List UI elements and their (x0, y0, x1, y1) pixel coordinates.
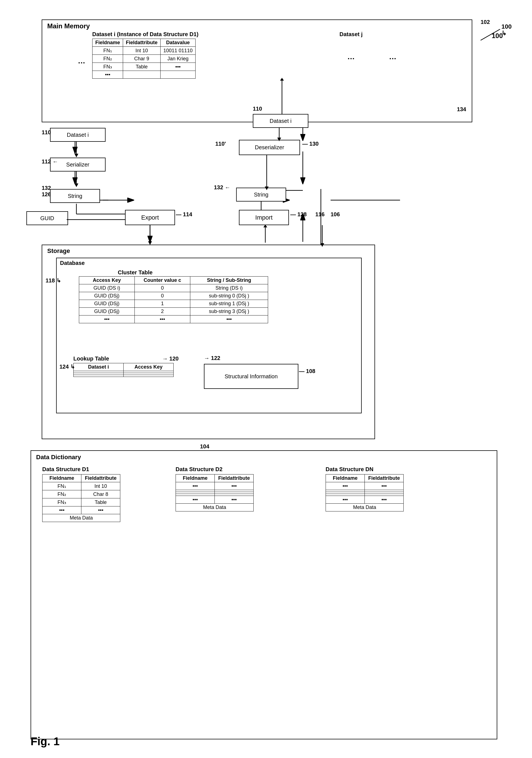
import-label: Import (255, 214, 273, 221)
string-left-label: String (68, 193, 82, 199)
cr-dots-3: ▪▪▪ (190, 316, 268, 323)
d1-fa3: Table (82, 499, 120, 506)
cluster-row-2: GUID (DSj) 0 sub-string 0 (DSj ) (79, 292, 268, 300)
col-access-key: Access Key (79, 277, 135, 284)
svg-marker-20 (75, 154, 78, 157)
d1-row-2: FN₂ Char 8 (43, 490, 120, 499)
d1-col-fn: Fieldname (43, 474, 82, 482)
d1-row-3: FN₃ Table (43, 499, 120, 506)
svg-line-14 (481, 29, 500, 40)
d1-meta-row: Meta Data (43, 514, 120, 522)
storage-label: Storage (47, 247, 70, 255)
col-string-substr: String / Sub-String (190, 277, 268, 284)
dataset-i-left-box: Dataset i (50, 128, 106, 142)
fn3-val: ▪▪▪ (161, 63, 196, 71)
export-label: Export (141, 214, 159, 221)
guid-box: GUID (26, 211, 68, 225)
d2-label: Data Structure D2 (176, 466, 254, 472)
import-box: Import (239, 210, 289, 225)
fn1-val: 10011 01110 (161, 47, 196, 55)
ref-122: → 122 (204, 355, 220, 362)
dn-row-dots-1: ▪▪▪ ▪▪▪ (326, 482, 404, 490)
ref-108: — 108 (299, 368, 315, 374)
fn2-attr: Char 9 (123, 55, 161, 63)
svg-text:↳: ↳ (501, 30, 507, 37)
table-row: FN₁ Int 10 10011 01110 (92, 47, 196, 55)
dataset-i-table: Fieldname Fieldattribute Datavalue FN₁ I… (92, 39, 196, 79)
table-row: FN₃ Table ▪▪▪ (92, 63, 196, 71)
dn-row-empty-2 (326, 492, 404, 494)
ref100-arrow: 100 ↳ (467, 24, 517, 46)
svg-marker-18 (280, 78, 284, 81)
dn-dots-r1c1: ▪▪▪ (326, 482, 365, 490)
svg-marker-40 (320, 243, 324, 247)
dots-left-mm: ▪▪▪ (78, 60, 85, 65)
dots-dsj-2: ▪▪▪ (389, 56, 397, 61)
ref-118: 118 ↳ (46, 277, 61, 284)
d2-row-empty-1 (176, 490, 254, 492)
d2-row-dots-1: ▪▪▪ ▪▪▪ (176, 482, 254, 490)
lookup-table: Dataset i Access Key (73, 363, 174, 377)
arrow-dsi-up (278, 78, 286, 117)
arrow-dsir-to-deser (275, 127, 283, 142)
dataset-j-header: Dataset j (340, 31, 363, 38)
cr4-str: sub-string 3 (DSj ) (190, 308, 268, 316)
dn-meta-row: Meta Data (326, 504, 404, 511)
d2-col-fn: Fieldname (176, 474, 215, 482)
d1-row-dots: ▪▪▪ ▪▪▪ (43, 506, 120, 514)
lookup-table-label: Lookup Table (73, 356, 174, 362)
d1-dots-2: ▪▪▪ (82, 506, 120, 514)
fn1-attr: Int 10 (123, 47, 161, 55)
d1-table: Fieldname Fieldattribute FN₁ Int 10 FN₂ … (42, 474, 120, 522)
d1-dots-1: ▪▪▪ (43, 506, 82, 514)
d2-meta-row: Meta Data (176, 504, 254, 511)
dn-row-empty-3 (326, 494, 404, 496)
d2-row-dots-2: ▪▪▪ ▪▪▪ (176, 496, 254, 504)
col-fieldattribute: Fieldattribute (123, 39, 161, 47)
dn-row-dots-2: ▪▪▪ ▪▪▪ (326, 496, 404, 504)
dn-col-fa: Fieldattribute (365, 474, 404, 482)
arrow-dsi-to-ser (72, 141, 81, 158)
cr3-cnt: 1 (135, 300, 190, 308)
d2-dots-r1c2: ▪▪▪ (215, 482, 254, 490)
dn-col-fn: Fieldname (326, 474, 365, 482)
table-row: FN₂ Char 9 Jan Krieg (92, 55, 196, 63)
col-datavalue: Datavalue (161, 39, 196, 47)
data-dictionary-label: Data Dictionary (36, 454, 81, 461)
ref-104: 104 (200, 443, 209, 450)
structural-info-label: Structural Information (224, 373, 278, 380)
cluster-row-4: GUID (DSj) 2 sub-string 3 (DSj ) (79, 308, 268, 316)
dots-1: ▪▪▪ (92, 71, 123, 79)
database-label: Database (60, 260, 85, 266)
d2-table: Fieldname Fieldattribute ▪▪▪ ▪▪▪ ▪▪▪ ▪▪▪ (176, 474, 254, 511)
svg-marker-35 (277, 138, 281, 141)
ref-110a: 110 (42, 129, 51, 136)
cr1-str: String (DS i) (190, 284, 268, 292)
deserializer-box: Deserializer (239, 140, 300, 155)
fn1-name: FN₁ (92, 47, 123, 55)
cluster-row-1: GUID (DS i) 0 String (DS i) (79, 284, 268, 292)
arrow-ser-to-str (72, 171, 81, 188)
dots-dsj-1: ▪▪▪ (348, 56, 355, 61)
d2-dots-r2c1: ▪▪▪ (176, 496, 215, 504)
lt-row-2 (74, 373, 174, 375)
ref-126: 126 (42, 191, 51, 198)
cluster-table: Access Key Counter value c String / Sub-… (79, 276, 268, 323)
dots-3 (161, 71, 196, 79)
guid-label: GUID (40, 215, 54, 222)
lt-col-accesskey: Access Key (124, 363, 174, 371)
serializer-label: Serializer (66, 161, 89, 168)
table-row-dots: ▪▪▪ (92, 71, 196, 79)
ref-110c: 110' (215, 141, 226, 147)
ref-132a: 132 (42, 185, 51, 191)
d1-row-1: FN₁ Int 10 (43, 482, 120, 490)
dots-2 (123, 71, 161, 79)
line-import-to-storage-right (318, 225, 326, 247)
fig-label: Fig. 1 (31, 735, 59, 748)
d2-meta: Meta Data (176, 504, 254, 511)
lt-col-dataset: Dataset i (74, 363, 124, 371)
d1-fa2: Char 8 (82, 490, 120, 499)
arrow-strl-to-export (75, 202, 133, 219)
svg-text:100: 100 (501, 24, 512, 30)
ref-120: → 120 (162, 356, 179, 362)
